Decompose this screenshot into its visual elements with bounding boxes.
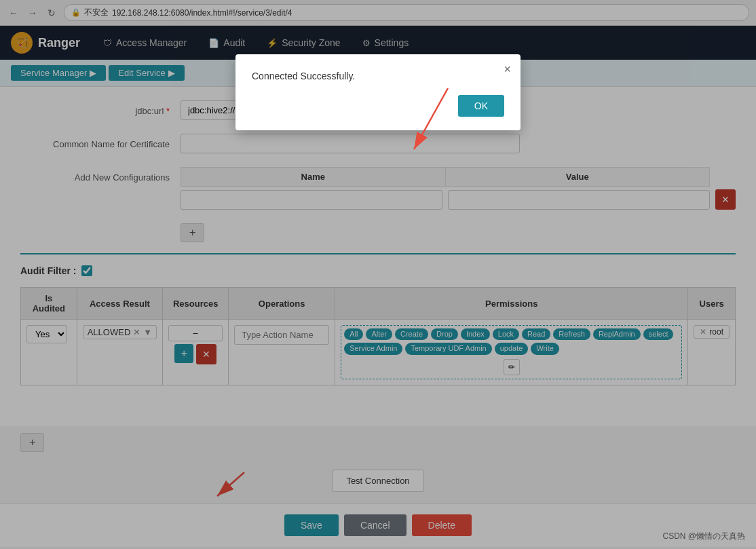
modal-ok-button[interactable]: OK (458, 95, 504, 117)
modal-overlay: × Connected Successfully. OK (0, 0, 756, 547)
modal-close-button[interactable]: × (504, 62, 511, 77)
modal-message: Connected Successfully. (252, 68, 504, 81)
modal-footer: OK (252, 95, 504, 117)
modal-dialog: × Connected Successfully. OK (235, 54, 521, 130)
